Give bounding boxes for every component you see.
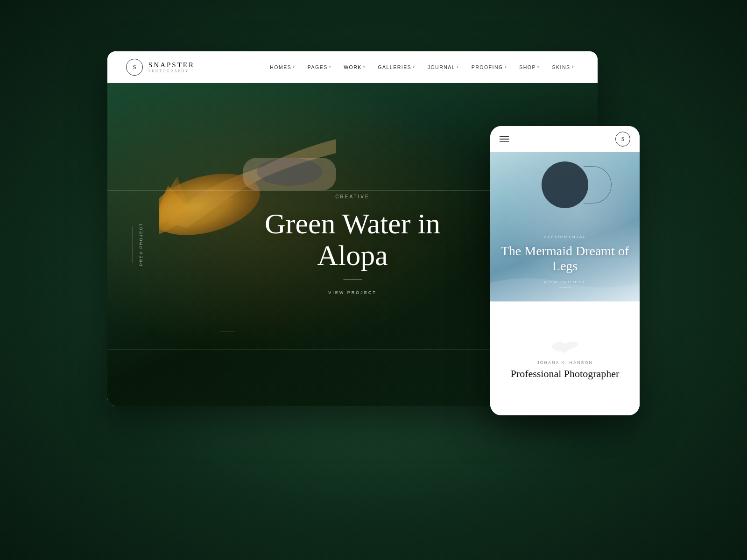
svg-point-2 <box>257 158 322 186</box>
mobile-view-project[interactable]: VIEW PROJECT <box>490 280 640 284</box>
chevron-down-icon: ▾ <box>329 65 332 69</box>
nav-galleries[interactable]: GALLERIES ▾ <box>373 63 420 72</box>
chevron-down-icon: ▾ <box>457 65 459 69</box>
nav-skins[interactable]: SKINS ▾ <box>547 63 579 72</box>
mobile-category: EXPERIMENTAL <box>490 235 640 239</box>
nav-homes[interactable]: HOMES ▾ <box>265 63 300 72</box>
nav-pages[interactable]: PAGES ▾ <box>303 63 336 72</box>
hero-title: Green Water in Alopa <box>230 208 475 271</box>
hamburger-menu-icon[interactable] <box>500 136 509 142</box>
prev-line-divider <box>133 226 133 263</box>
mobile-hero-content: EXPERIMENTAL The Mermaid Dreamt of Legs … <box>490 235 640 287</box>
brand-sub: PHOTOGRAPHY <box>148 69 195 73</box>
mobile-silhouette <box>542 161 588 208</box>
logo-text: SNAPSTER PHOTOGRAPHY <box>148 61 195 73</box>
mobile-view-divider <box>559 287 571 287</box>
hero-content: CREATIVE Green Water in Alopa VIEW PROJE… <box>230 194 475 295</box>
chevron-down-icon: ▾ <box>537 65 540 69</box>
chevron-down-icon: ▾ <box>413 65 416 69</box>
view-project-button[interactable]: VIEW PROJECT <box>230 290 475 295</box>
chevron-down-icon: ▾ <box>572 65 575 69</box>
nav-work[interactable]: WORK ▾ <box>339 63 370 72</box>
nav-bar: S SNAPSTER PHOTOGRAPHY HOMES ▾ PAGES ▾ W… <box>107 51 598 83</box>
nav-links: HOMES ▾ PAGES ▾ WORK ▾ GALLERIES ▾ JOURN… <box>265 63 579 72</box>
small-divider <box>219 331 236 331</box>
chevron-down-icon: ▾ <box>505 65 507 69</box>
hero-divider <box>343 280 362 280</box>
photographer-name: JOHANA K. HANSON <box>537 360 593 365</box>
mobile-nav: S <box>490 126 640 152</box>
mobile-mockup: S EXPERIMENTAL The Mermaid Dreamt of Leg… <box>490 126 640 415</box>
brand-name: SNAPSTER <box>148 61 195 69</box>
mobile-logo-icon: S <box>615 132 630 147</box>
nav-proofing[interactable]: PROOFING ▾ <box>467 63 512 72</box>
prev-project-nav[interactable]: PREV PROJECT <box>107 83 168 406</box>
photographer-title: Professional Photographer <box>511 368 620 380</box>
mobile-bottom-section: JOHANA K. HANSON Professional Photograph… <box>490 301 640 415</box>
prev-project-label: PREV PROJECT <box>139 223 143 266</box>
chevron-down-icon: ▾ <box>363 65 366 69</box>
chevron-down-icon: ▾ <box>293 65 296 69</box>
mobile-hero: EXPERIMENTAL The Mermaid Dreamt of Legs … <box>490 152 640 301</box>
logo-icon: S <box>126 59 143 76</box>
nav-journal[interactable]: JOURNAL ▾ <box>423 63 464 72</box>
scene: S SNAPSTER PHOTOGRAPHY HOMES ▾ PAGES ▾ W… <box>107 51 640 509</box>
hero-category: CREATIVE <box>230 194 475 199</box>
mermaid-icon <box>551 337 579 356</box>
mobile-title: The Mermaid Dreamt of Legs <box>490 244 640 273</box>
logo-area: S SNAPSTER PHOTOGRAPHY <box>126 59 195 76</box>
nav-shop[interactable]: SHOP ▾ <box>514 63 544 72</box>
